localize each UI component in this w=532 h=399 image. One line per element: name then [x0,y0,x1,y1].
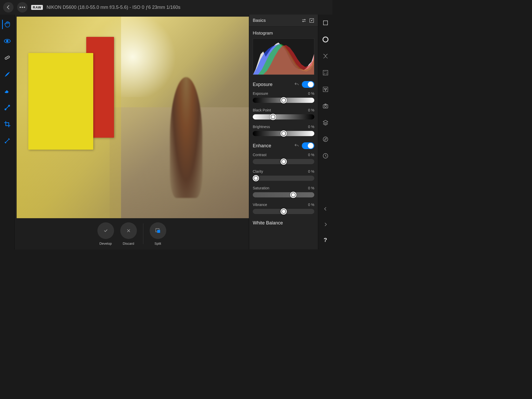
svg-point-1 [22,7,23,8]
svg-point-30 [324,105,327,107]
left-toolbar [0,15,15,249]
clock-icon [322,153,329,159]
exposure-toggle[interactable] [302,81,314,88]
svg-point-10 [5,142,6,143]
discard-label: Discard [123,242,134,245]
svg-point-28 [325,90,326,91]
adjustments-button[interactable] [321,35,330,44]
clarity-slider[interactable]: Clarity0 % [253,169,314,181]
noise-icon [322,70,329,76]
hand-tool[interactable] [2,20,11,29]
prev-button[interactable] [321,204,330,214]
svg-point-21 [326,73,327,73]
svg-point-31 [323,137,328,142]
eye-icon [4,37,11,45]
develop-button[interactable]: Develop [97,222,114,245]
canvas-image[interactable] [17,17,249,218]
enhance-toggle[interactable] [302,142,314,149]
svg-rect-12 [157,230,160,233]
reset-icon[interactable] [294,82,299,87]
svg-point-2 [24,7,25,8]
far-right-toolbar: ? [318,15,332,249]
raw-badge: RAW [31,5,43,10]
svg-point-23 [324,74,324,74]
channels-icon [322,86,329,92]
ring-icon [322,36,329,43]
history-button[interactable] [321,151,330,161]
vibrance-slider[interactable]: Vibrance0 % [253,203,314,214]
svg-point-26 [324,88,325,90]
noise-button[interactable] [321,68,330,77]
layers-icon [322,119,329,126]
split-label: Split [155,242,161,245]
brightness-slider[interactable]: Brightness0 % [253,125,314,136]
check-icon [103,228,108,233]
back-button[interactable] [3,2,14,12]
exposure-section: Exposure Exposure0 % Black Point0 % Brig… [253,81,314,136]
panel-title: Basics [253,18,301,23]
action-divider [143,223,143,244]
contrast-slider[interactable]: Contrast0 % [253,153,314,164]
svg-rect-25 [323,87,328,92]
overlay-paint-tool[interactable] [3,70,12,79]
fullscreen-icon [322,20,329,26]
more-button[interactable] [17,2,28,12]
svg-point-7 [8,57,8,58]
svg-point-24 [326,74,327,74]
white-balance-tool[interactable] [3,136,12,145]
svg-rect-18 [323,70,328,75]
help-button[interactable]: ? [321,235,330,245]
hand-icon [4,21,11,28]
svg-point-17 [323,37,328,42]
split-button[interactable]: Split [150,222,166,245]
svg-point-27 [325,88,327,90]
svg-point-8 [4,109,6,110]
wb-title: White Balance [253,220,314,226]
crop-tool[interactable] [3,119,12,129]
layers-button[interactable] [321,118,330,127]
saturation-slider[interactable]: Saturation0 % [253,186,314,197]
sliders-icon[interactable] [301,18,307,23]
pinch-icon [322,53,329,59]
compass-button[interactable] [321,135,330,144]
svg-point-20 [325,71,326,72]
gradient-icon [4,104,11,111]
pin-icon[interactable] [309,18,314,23]
channels-button[interactable] [321,85,330,94]
bottom-actions: Develop Discard Split [15,218,249,249]
brush-icon [4,71,11,78]
next-button[interactable] [321,220,330,229]
overlay-gradient-tool[interactable] [3,103,12,112]
camera-icon [322,103,329,109]
blackpoint-slider[interactable]: Black Point0 % [253,108,314,119]
svg-point-14 [303,21,303,22]
chevron-left-icon [323,207,328,211]
arrow-left-icon [6,5,11,10]
bandage-icon [4,54,11,61]
wb-picker-icon [4,137,11,144]
svg-point-13 [304,19,305,20]
x-icon [127,229,131,233]
dots-icon [19,6,25,8]
overlay-erase-tool[interactable] [3,86,12,96]
panel-header: Basics [249,15,318,26]
reset-icon[interactable] [294,143,299,148]
svg-rect-5 [5,56,10,59]
crop-icon [4,121,11,128]
enhance-title: Enhance [253,143,291,149]
svg-point-22 [324,73,325,74]
eraser-icon [4,87,11,95]
histogram[interactable] [253,38,314,75]
question-icon: ? [324,237,327,243]
right-panel: Basics Histogram Exposure [249,15,318,249]
red-eye-tool[interactable] [3,36,12,46]
split-icon [155,228,161,234]
blemish-tool[interactable] [3,53,12,62]
discard-button[interactable]: Discard [120,222,137,245]
snapshot-button[interactable] [321,101,330,111]
lens-button[interactable] [321,51,330,61]
exposure-slider[interactable]: Exposure0 % [253,91,314,103]
fullscreen-button[interactable] [321,18,330,28]
svg-point-6 [6,58,7,58]
chevron-right-icon [323,222,328,227]
